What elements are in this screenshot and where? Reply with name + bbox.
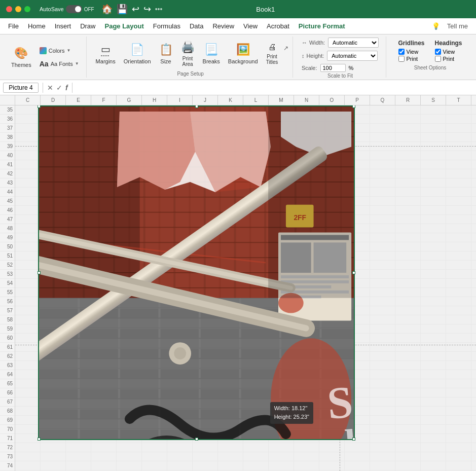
cell-45-16[interactable]	[421, 197, 446, 206]
row-number-62[interactable]: 62	[0, 352, 15, 361]
cell-47-14[interactable]	[370, 215, 395, 224]
cell-41-0[interactable]	[15, 160, 41, 169]
cell-73-10[interactable]	[269, 452, 294, 461]
cell-66-14[interactable]	[370, 388, 395, 397]
cell-60-15[interactable]	[395, 334, 421, 343]
cell-49-0[interactable]	[15, 233, 41, 242]
cell-50-15[interactable]	[395, 242, 421, 251]
cell-50-14[interactable]	[370, 242, 395, 251]
cell-71-17[interactable]	[446, 434, 471, 443]
cell-39-0[interactable]	[15, 142, 41, 151]
cell-64-18[interactable]	[471, 370, 476, 379]
row-number-50[interactable]: 50	[0, 242, 15, 251]
cell-53-0[interactable]	[15, 270, 41, 279]
row-number-41[interactable]: 41	[0, 160, 15, 169]
cell-69-17[interactable]	[446, 416, 471, 425]
row-number-48[interactable]: 48	[0, 224, 15, 233]
cell-58-15[interactable]	[395, 315, 421, 324]
cell-72-15[interactable]	[395, 443, 421, 452]
col-header-i[interactable]: I	[167, 95, 193, 105]
cell-65-18[interactable]	[471, 379, 476, 388]
cell-41-14[interactable]	[370, 160, 395, 169]
row-number-47[interactable]: 47	[0, 215, 15, 224]
cell-74-2[interactable]	[66, 461, 91, 470]
cell-63-0[interactable]	[15, 361, 41, 370]
cell-42-18[interactable]	[471, 169, 476, 178]
cell-74-4[interactable]	[117, 461, 142, 470]
cell-57-15[interactable]	[395, 306, 421, 315]
cell-66-17[interactable]	[446, 388, 471, 397]
cell-59-15[interactable]	[395, 324, 421, 334]
row-number-56[interactable]: 56	[0, 297, 15, 306]
cell-73-6[interactable]	[167, 452, 193, 461]
cell-39-17[interactable]	[446, 142, 471, 151]
cell-36-16[interactable]	[421, 115, 446, 124]
cell-36-0[interactable]	[15, 115, 41, 124]
handle-tr[interactable]	[352, 105, 355, 108]
cell-42-15[interactable]	[395, 169, 421, 178]
cell-42-17[interactable]	[446, 169, 471, 178]
autosave-switch[interactable]	[66, 5, 82, 13]
col-header-c[interactable]: C	[15, 95, 41, 105]
cell-57-14[interactable]	[370, 306, 395, 315]
cell-70-0[interactable]	[15, 425, 41, 434]
row-number-67[interactable]: 67	[0, 397, 15, 407]
cell-38-14[interactable]	[370, 133, 395, 142]
row-number-42[interactable]: 42	[0, 169, 15, 178]
handle-tm[interactable]	[195, 105, 198, 108]
col-header-n[interactable]: N	[294, 95, 319, 105]
cell-45-18[interactable]	[471, 197, 476, 206]
cell-68-15[interactable]	[395, 407, 421, 416]
cell-46-15[interactable]	[395, 206, 421, 215]
row-number-51[interactable]: 51	[0, 251, 15, 261]
menu-view[interactable]: View	[239, 20, 262, 32]
cell-53-18[interactable]	[471, 270, 476, 279]
cell-62-16[interactable]	[421, 352, 446, 361]
row-number-70[interactable]: 70	[0, 425, 15, 434]
cell-67-0[interactable]	[15, 397, 41, 407]
row-number-35[interactable]: 35	[0, 105, 15, 115]
cell-58-17[interactable]	[446, 315, 471, 324]
row-number-74[interactable]: 74	[0, 461, 15, 470]
width-select[interactable]: Automatic 1 page 2 pages	[328, 38, 379, 48]
cell-44-17[interactable]	[446, 188, 471, 197]
cell-43-15[interactable]	[395, 178, 421, 188]
size-button[interactable]: 📋 Size	[156, 39, 176, 69]
row-number-71[interactable]: 71	[0, 434, 15, 443]
cell-74-11[interactable]	[294, 461, 319, 470]
col-header-f[interactable]: F	[91, 95, 117, 105]
cell-64-16[interactable]	[421, 370, 446, 379]
cell-63-16[interactable]	[421, 361, 446, 370]
cell-61-15[interactable]	[395, 343, 421, 352]
cell-56-18[interactable]	[471, 297, 476, 306]
autosave-toggle[interactable]: AutoSave OFF	[40, 5, 94, 13]
cell-44-18[interactable]	[471, 188, 476, 197]
cell-74-13[interactable]	[345, 461, 370, 470]
cell-73-14[interactable]	[370, 452, 395, 461]
row-number-45[interactable]: 45	[0, 197, 15, 206]
cell-72-10[interactable]	[269, 443, 294, 452]
row-number-65[interactable]: 65	[0, 379, 15, 388]
cell-44-16[interactable]	[421, 188, 446, 197]
themes-button[interactable]: 🎨 Themes	[8, 42, 34, 73]
handle-bl[interactable]	[38, 438, 41, 441]
cell-72-7[interactable]	[193, 443, 218, 452]
cell-72-8[interactable]	[218, 443, 243, 452]
cell-74-12[interactable]	[319, 461, 345, 470]
cell-72-14[interactable]	[370, 443, 395, 452]
handle-tl[interactable]	[38, 105, 41, 108]
menu-insert[interactable]: Insert	[51, 20, 76, 32]
cell-72-0[interactable]	[15, 443, 41, 452]
cell-61-0[interactable]	[15, 343, 41, 352]
cell-52-14[interactable]	[370, 261, 395, 270]
cell-62-18[interactable]	[471, 352, 476, 361]
cell-51-0[interactable]	[15, 251, 41, 261]
cell-41-15[interactable]	[395, 160, 421, 169]
launcher-icon[interactable]: ↗	[283, 45, 288, 52]
cell-51-18[interactable]	[471, 251, 476, 261]
cell-40-15[interactable]	[395, 151, 421, 160]
row-number-55[interactable]: 55	[0, 288, 15, 297]
row-number-46[interactable]: 46	[0, 206, 15, 215]
cell-42-16[interactable]	[421, 169, 446, 178]
col-header-h[interactable]: H	[142, 95, 167, 105]
